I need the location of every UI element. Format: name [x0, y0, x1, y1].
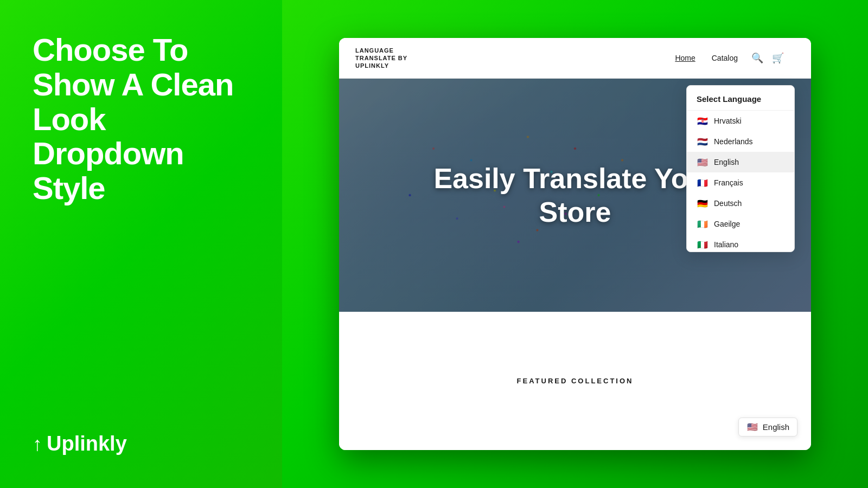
- search-icon[interactable]: 🔍: [751, 52, 763, 64]
- badge-flag: 🇺🇸: [746, 423, 758, 432]
- lang-label-de: Deutsch: [714, 199, 742, 208]
- nav-icons: 🔍 🛒: [751, 52, 784, 64]
- store-window: LANGUAGETRANSLATE BYUPLINKLY Home Catalo…: [339, 38, 811, 450]
- lang-item-en[interactable]: 🇺🇸English: [687, 152, 794, 172]
- lang-item-fr[interactable]: 🇫🇷Français: [687, 172, 794, 193]
- dropdown-header: Select Language: [687, 86, 794, 111]
- lang-label-en: English: [714, 158, 739, 166]
- lang-item-it[interactable]: 🇮🇹Italiano: [687, 234, 794, 252]
- hero-title: Easily Translate Your Store: [426, 162, 724, 229]
- nav-catalog[interactable]: Catalog: [712, 54, 738, 62]
- flag-de: 🇩🇪: [697, 199, 709, 208]
- store-below-hero: FEATURED COLLECTION 🇺🇸 English: [339, 312, 811, 450]
- lang-label-ga: Gaeilge: [714, 220, 740, 228]
- lang-label-it: Italiano: [714, 240, 738, 249]
- badge-label: English: [763, 422, 789, 432]
- lang-item-hr[interactable]: 🇭🇷Hrvatski: [687, 111, 794, 131]
- flag-it: 🇮🇹: [697, 240, 709, 249]
- left-panel: Choose To Show A Clean Look Dropdown Sty…: [0, 0, 282, 488]
- right-panel: LANGUAGETRANSLATE BYUPLINKLY Home Catalo…: [282, 0, 868, 488]
- arrow-icon: ↑: [33, 433, 42, 455]
- flag-nl: 🇳🇱: [697, 137, 709, 146]
- flag-ga: 🇮🇪: [697, 220, 709, 228]
- flag-en: 🇺🇸: [697, 158, 709, 166]
- flag-fr: 🇫🇷: [697, 178, 709, 187]
- lang-item-de[interactable]: 🇩🇪Deutsch: [687, 193, 794, 214]
- headline: Choose To Show A Clean Look Dropdown Sty…: [33, 33, 255, 206]
- lang-label-nl: Nederlands: [714, 137, 753, 146]
- featured-collection-label: FEATURED COLLECTION: [517, 377, 634, 385]
- cart-icon[interactable]: 🛒: [772, 52, 784, 64]
- store-nav-links: Home Catalog: [675, 54, 738, 62]
- lang-item-ga[interactable]: 🇮🇪Gaeilge: [687, 214, 794, 234]
- language-badge[interactable]: 🇺🇸 English: [738, 418, 797, 436]
- lang-label-hr: Hrvatski: [714, 117, 742, 125]
- store-navbar: LANGUAGETRANSLATE BYUPLINKLY Home Catalo…: [339, 38, 811, 79]
- flag-hr: 🇭🇷: [697, 117, 709, 125]
- brand-name: Uplinkly: [47, 432, 127, 455]
- nav-home[interactable]: Home: [675, 54, 695, 62]
- lang-label-fr: Français: [714, 178, 743, 187]
- lang-item-nl[interactable]: 🇳🇱Nederlands: [687, 131, 794, 152]
- language-dropdown: Select Language 🇭🇷Hrvatski🇳🇱Nederlands🇺🇸…: [686, 85, 795, 252]
- store-brand: LANGUAGETRANSLATE BYUPLINKLY: [355, 47, 426, 70]
- language-list: 🇭🇷Hrvatski🇳🇱Nederlands🇺🇸English🇫🇷Françai…: [687, 111, 794, 252]
- brand-logo: ↑ Uplinkly: [33, 432, 255, 455]
